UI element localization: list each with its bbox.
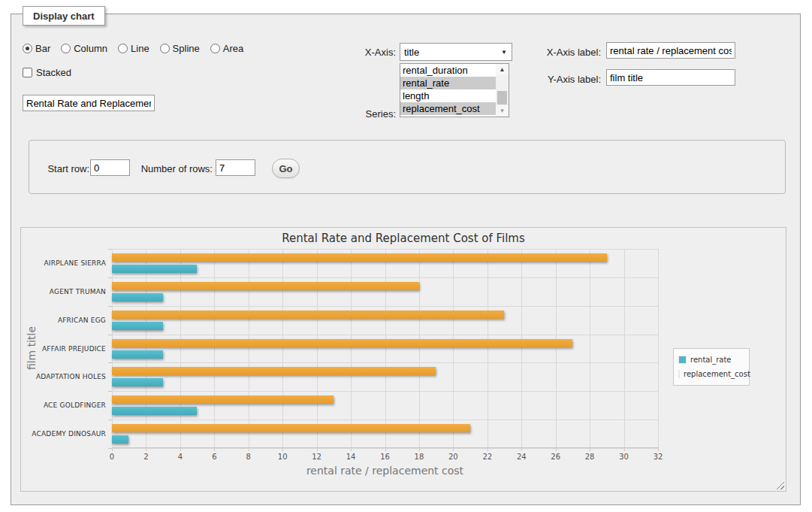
radio-button-bar[interactable] — [23, 44, 32, 53]
radio-area[interactable]: Area — [210, 43, 243, 54]
gridline-vertical — [453, 249, 454, 448]
x-axis-tick-label: 6 — [203, 453, 225, 461]
scrollbar-thumb[interactable] — [497, 91, 507, 105]
gridline-vertical — [624, 249, 625, 448]
bar-replacement_cost[interactable] — [112, 282, 419, 290]
category-label: ACADEMY DINOSAUR — [21, 430, 106, 438]
radio-bar[interactable]: Bar — [23, 43, 50, 54]
gridline-horizontal — [112, 306, 658, 307]
x-axis-tick-label: 20 — [442, 453, 464, 461]
bar-replacement_cost[interactable] — [112, 395, 334, 404]
bar-rental_rate[interactable] — [112, 293, 163, 301]
bar-replacement_cost[interactable] — [112, 311, 504, 319]
category-label: AIRPLANE SIERRA — [21, 259, 106, 267]
scroll-up-icon[interactable]: ▲ — [496, 64, 509, 75]
radio-label-area: Area — [223, 43, 243, 54]
bar-replacement_cost[interactable] — [112, 367, 436, 375]
radio-spline[interactable]: Spline — [160, 43, 200, 54]
bar-rental_rate[interactable] — [112, 378, 163, 386]
gridline-vertical — [146, 249, 146, 448]
y-axis-label-input[interactable] — [606, 69, 735, 86]
bar-replacement_cost[interactable] — [112, 424, 470, 432]
fieldset-legend: Display chart — [23, 6, 105, 26]
series-select-label: Series: — [323, 108, 396, 120]
x-axis-selected-value: title — [404, 47, 419, 58]
gridline-vertical — [488, 249, 488, 448]
bar-rental_rate[interactable] — [112, 350, 163, 359]
bar-rental_rate[interactable] — [112, 435, 128, 444]
bar-replacement_cost[interactable] — [112, 339, 572, 347]
listbox-scrollbar[interactable]: ▲ ▼ — [496, 64, 509, 117]
number-of-rows-input[interactable] — [216, 159, 255, 176]
y-axis-tick — [108, 335, 112, 335]
series-option-replacement_cost[interactable]: replacement_cost — [400, 102, 496, 115]
scroll-down-icon[interactable]: ▼ — [496, 105, 509, 117]
number-of-rows-label: Number of rows: — [113, 163, 213, 174]
plot-area — [112, 249, 658, 448]
gridline-vertical — [419, 249, 420, 448]
start-row-label: Start row: — [15, 163, 89, 174]
series-option-length[interactable]: length — [400, 89, 496, 102]
chart-type-radio-group: BarColumnLineSplineArea — [23, 43, 249, 54]
stacked-checkbox-row[interactable]: Stacked — [23, 67, 71, 78]
resize-handle-icon[interactable] — [776, 481, 784, 489]
x-axis-tick — [658, 448, 659, 451]
category-label: AGENT TRUMAN — [21, 288, 106, 295]
stacked-checkbox[interactable] — [23, 68, 32, 77]
x-axis-tick-label: 14 — [340, 453, 362, 461]
category-label: ADAPTATION HOLES — [21, 373, 106, 380]
radio-column[interactable]: Column — [61, 43, 107, 54]
legend-item-replacement_cost[interactable]: replacement_cost — [678, 367, 744, 381]
gridline-vertical — [317, 249, 318, 448]
x-axis-tick-label: 10 — [271, 453, 294, 461]
gridline-horizontal — [112, 362, 658, 363]
gridline-vertical — [658, 249, 659, 448]
radio-label-column: Column — [74, 43, 107, 54]
gridline-horizontal — [112, 277, 658, 278]
legend-label: replacement_cost — [684, 370, 750, 378]
radio-label-spline: Spline — [173, 43, 200, 54]
series-listbox[interactable]: rental_durationrental_ratelengthreplacem… — [400, 63, 509, 117]
chevron-down-icon: ▼ — [501, 49, 507, 56]
y-axis-label-label: Y-Axis label: — [529, 74, 601, 85]
x-axis-label-input[interactable] — [606, 42, 735, 59]
gridline-vertical — [180, 249, 181, 448]
bar-replacement_cost[interactable] — [112, 253, 607, 262]
radio-button-column[interactable] — [61, 44, 71, 53]
radio-button-spline[interactable] — [160, 44, 170, 53]
chart-title: Rental Rate and Replacement Cost of Film… — [21, 232, 786, 245]
x-axis-tick-label: 4 — [169, 453, 192, 461]
chart-panel: Rental Rate and Replacement Cost of Film… — [20, 227, 786, 492]
x-axis-tick-label: 24 — [510, 453, 533, 461]
radio-button-line[interactable] — [118, 44, 128, 53]
series-option-rental_duration[interactable]: rental_duration — [400, 64, 496, 77]
x-axis-tick-label: 22 — [476, 453, 499, 461]
chart-legend: rental_ratereplacement_cost — [673, 348, 750, 386]
radio-label-bar: Bar — [35, 43, 50, 54]
legend-item-rental_rate[interactable]: rental_rate — [678, 353, 744, 367]
bar-rental_rate[interactable] — [112, 322, 163, 330]
stacked-label: Stacked — [36, 67, 71, 78]
series-option-rental_rate[interactable]: rental_rate — [400, 77, 496, 89]
category-label: AFFAIR PREJUDICE — [21, 345, 106, 353]
x-axis-select[interactable]: title ▼ — [400, 43, 512, 61]
go-button[interactable]: Go — [272, 159, 300, 178]
bar-rental_rate[interactable] — [112, 407, 197, 415]
category-label: AFRICAN EGG — [21, 317, 106, 324]
y-axis-tick — [108, 249, 112, 250]
x-axis-tick-label: 28 — [578, 453, 601, 461]
gridline-horizontal — [112, 391, 658, 392]
legend-swatch-icon — [678, 370, 680, 378]
bar-rental_rate[interactable] — [112, 265, 197, 273]
chart-x-axis-title: rental rate / replacement cost — [112, 465, 658, 477]
gridline-vertical — [249, 249, 249, 448]
gridline-horizontal — [112, 249, 658, 250]
x-axis-line — [112, 447, 658, 448]
x-axis-tick-label: 32 — [647, 453, 669, 461]
chart-title-input[interactable] — [23, 95, 155, 111]
radio-line[interactable]: Line — [118, 43, 149, 54]
y-axis-tick — [108, 277, 112, 278]
x-axis-tick-label: 26 — [545, 453, 567, 461]
gridline-vertical — [521, 249, 522, 448]
radio-button-area[interactable] — [210, 44, 220, 53]
